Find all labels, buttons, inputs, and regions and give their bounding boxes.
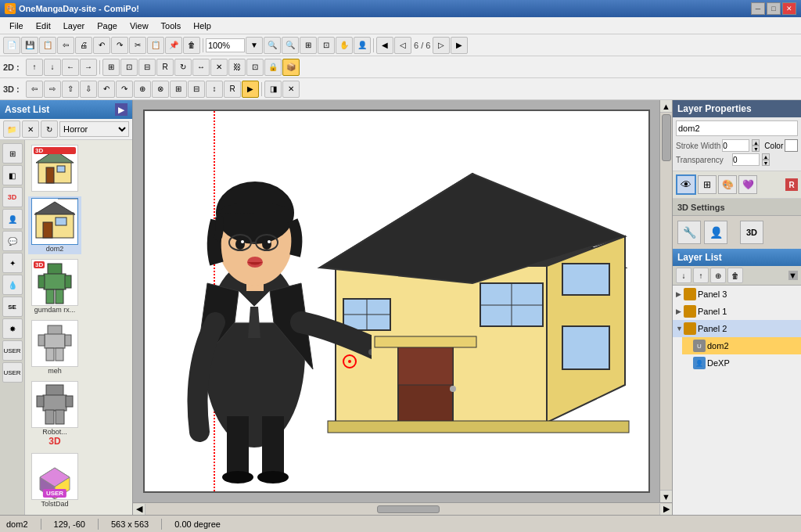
save-button[interactable]: 💾	[21, 37, 38, 54]
tb-end[interactable]: ▶	[451, 37, 468, 54]
paste-button[interactable]: 📌	[165, 37, 182, 54]
layer-row-panel3[interactable]: ▶ Panel 3	[673, 286, 801, 303]
trans-down[interactable]: ▼	[762, 160, 770, 166]
3d-btn4[interactable]: ⇩	[80, 81, 97, 98]
3d-btn1[interactable]: ⇦	[26, 81, 43, 98]
minimize-button[interactable]: ─	[751, 2, 765, 15]
tb-btn-5[interactable]: 🖨	[75, 37, 92, 54]
tool-panel[interactable]: ◧	[2, 165, 23, 185]
2d-down[interactable]: ↓	[44, 59, 61, 76]
h-scroll-track[interactable]	[145, 504, 659, 515]
tool-user2[interactable]: USER	[2, 362, 23, 383]
3d-btn6[interactable]: ↷	[116, 81, 133, 98]
tool-char[interactable]: 👤	[2, 209, 23, 229]
2d-left[interactable]: ←	[62, 59, 79, 76]
2d-frame1[interactable]: ⊞	[102, 59, 120, 76]
3d-btn11[interactable]: ↕	[206, 81, 223, 98]
menu-layer[interactable]: Layer	[57, 20, 92, 32]
tb-play[interactable]: ◀	[376, 37, 393, 54]
3d-btn3[interactable]: ⇧	[62, 81, 79, 98]
horizontal-scrollbar[interactable]: ◀ ▶	[133, 502, 672, 515]
tool-burst[interactable]: ✸	[2, 318, 23, 339]
layer-name-input[interactable]: dom2	[676, 120, 798, 136]
layer-row-dom2[interactable]: U dom2	[682, 337, 801, 354]
right-icon-4[interactable]: 💜	[738, 175, 757, 194]
undo-button[interactable]: ↶	[93, 37, 110, 54]
2d-right[interactable]: →	[80, 59, 97, 76]
3d-btn7[interactable]: ⊕	[134, 81, 151, 98]
scroll-down-btn[interactable]: ▼	[660, 490, 672, 502]
3d-view1[interactable]: ◨	[264, 81, 282, 98]
2d-rotate[interactable]: ↻	[174, 59, 192, 76]
menu-help[interactable]: Help	[187, 20, 217, 32]
3d-active[interactable]: ▶	[242, 81, 259, 98]
tb-person[interactable]: 👤	[354, 37, 371, 54]
eye-visibility-btn[interactable]: 👁	[676, 174, 696, 195]
stroke-width-input[interactable]: 0	[722, 139, 749, 152]
scroll-right-btn[interactable]: ▶	[659, 504, 672, 515]
3d-btn9[interactable]: ⊞	[170, 81, 187, 98]
menu-view[interactable]: View	[124, 20, 155, 32]
2d-frame4[interactable]: R	[156, 59, 174, 76]
layer-row-panel1[interactable]: ▶ Panel 1	[673, 303, 801, 320]
close-button[interactable]: ✕	[782, 2, 796, 15]
scroll-thumb-h[interactable]	[377, 505, 440, 513]
scroll-left-btn[interactable]: ◀	[133, 504, 145, 515]
transparency-stepper[interactable]: ▲ ▼	[762, 153, 770, 166]
redo-button[interactable]: ↷	[111, 37, 128, 54]
zoom-out[interactable]: 🔍	[282, 37, 299, 54]
tool-select[interactable]: ⊞	[2, 143, 23, 164]
maximize-button[interactable]: □	[767, 2, 781, 15]
stroke-down[interactable]: ▼	[752, 146, 760, 152]
3d-btn5[interactable]: ↶	[98, 81, 115, 98]
layer-move-down[interactable]: ↓	[676, 268, 691, 283]
copy-button[interactable]: 📋	[147, 37, 164, 54]
zoom-dropdown[interactable]: ▼	[246, 37, 263, 54]
3d-btn10[interactable]: ⊟	[188, 81, 205, 98]
expand-panel1[interactable]: ▶	[676, 307, 684, 315]
cut-button[interactable]: ✂	[129, 37, 146, 54]
tool-user[interactable]: USER	[2, 340, 23, 361]
asset-item-dom2[interactable]: dom2 dom2	[28, 196, 81, 254]
asset-item-robot[interactable]: Robot... 3D	[28, 379, 81, 448]
vertical-scrollbar[interactable]: ▲ ▼	[659, 100, 672, 502]
asset-item-tolstdad[interactable]: USER TolstDad	[28, 451, 81, 509]
2d-link[interactable]: ⛓	[228, 59, 246, 76]
delete-button[interactable]: 🗑	[183, 37, 200, 54]
asset-category-dropdown[interactable]: Horror Modern Fantasy	[59, 121, 129, 137]
3d-btn12[interactable]: R	[224, 81, 241, 98]
tb-hand[interactable]: ✋	[336, 37, 353, 54]
asset-refresh-btn[interactable]: ↻	[41, 120, 58, 138]
zoom-fit[interactable]: ⊞	[300, 37, 317, 54]
tool-balloon[interactable]: 💬	[2, 231, 23, 251]
color-picker[interactable]	[785, 139, 798, 152]
scroll-up-btn[interactable]: ▲	[660, 100, 672, 113]
new-button[interactable]: 📄	[3, 37, 20, 54]
2d-frame3[interactable]: ⊟	[138, 59, 156, 76]
3d-setting-3[interactable]: 3D	[740, 221, 763, 244]
2d-lock[interactable]: 🔒	[264, 59, 282, 76]
tool-effect[interactable]: ✦	[2, 253, 23, 273]
3d-view2[interactable]: ✕	[282, 81, 300, 98]
tool-3d[interactable]: 3D	[2, 187, 23, 207]
asset-delete-btn[interactable]: ✕	[22, 120, 39, 138]
asset-item-meh[interactable]: meh	[28, 318, 81, 376]
3d-btn2[interactable]: ⇨	[44, 81, 61, 98]
asset-panel-collapse[interactable]: ▶	[115, 103, 128, 116]
right-icon-3[interactable]: 🎨	[718, 175, 737, 194]
2d-flip[interactable]: ↔	[192, 59, 210, 76]
scroll-thumb-v[interactable]	[662, 114, 671, 161]
transparency-input[interactable]: 0	[732, 153, 760, 166]
tb-btn-4[interactable]: ⇦	[57, 37, 74, 54]
layer-delete[interactable]: 🗑	[727, 268, 743, 283]
menu-file[interactable]: File	[3, 20, 30, 32]
layer-btn-3[interactable]: ⊕	[710, 268, 726, 283]
layer-row-panel2[interactable]: ▼ Panel 2	[673, 320, 801, 337]
2d-cross[interactable]: ✕	[210, 59, 228, 76]
expand-panel2[interactable]: ▼	[676, 325, 684, 332]
menu-edit[interactable]: Edit	[30, 20, 57, 32]
right-close-btn[interactable]: R	[785, 178, 798, 191]
zoom-actual[interactable]: ⊡	[318, 37, 335, 54]
stroke-width-stepper[interactable]: ▲ ▼	[752, 139, 760, 152]
tool-se[interactable]: SE	[2, 297, 23, 317]
